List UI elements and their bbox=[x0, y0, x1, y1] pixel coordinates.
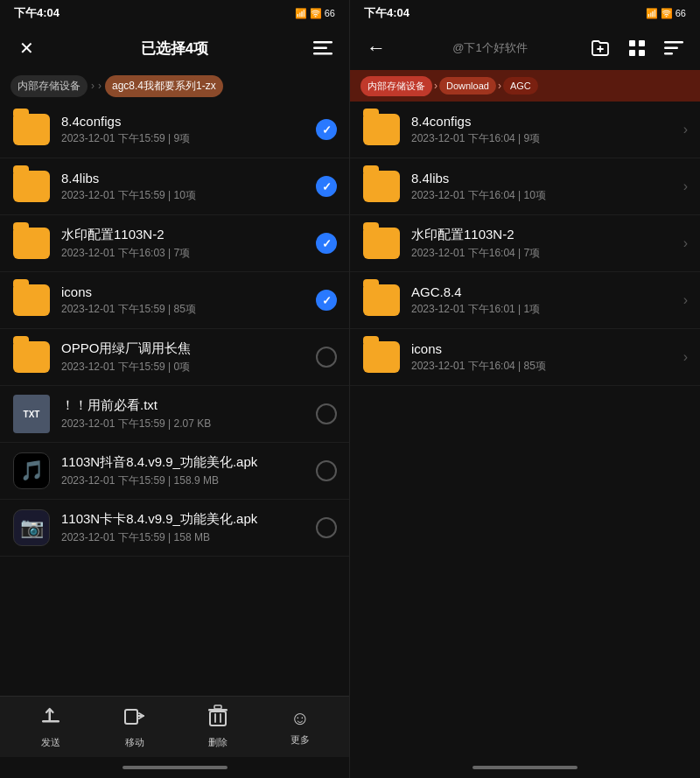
breadcrumb-agc[interactable]: AGC bbox=[503, 77, 538, 95]
sort-button[interactable] bbox=[660, 34, 688, 62]
apk-tiktok-icon: 🎵 bbox=[12, 452, 51, 490]
svg-rect-18 bbox=[664, 41, 683, 44]
grid-view-button[interactable] bbox=[623, 34, 651, 62]
signal-icon: 📶 bbox=[295, 8, 307, 19]
more-button[interactable]: ☺ 更多 bbox=[290, 707, 309, 746]
file-info: 1103N卡卡8.4.v9.9_功能美化.apk 2023-12-01 下午15… bbox=[61, 511, 305, 545]
select-checkbox[interactable] bbox=[316, 233, 337, 254]
move-label: 移动 bbox=[125, 736, 144, 749]
select-checkbox[interactable] bbox=[316, 119, 337, 140]
txt-icon: TXT bbox=[12, 395, 51, 433]
left-panel: 下午4:04 📶 🛜 66 ✕ 已选择4项 内部存储设备 › › agc8.4我… bbox=[0, 0, 350, 778]
breadcrumb-sep-2: › bbox=[98, 80, 102, 92]
left-nav-bar: ✕ 已选择4项 bbox=[0, 26, 349, 70]
select-checkbox[interactable] bbox=[316, 460, 337, 481]
file-name: 8.4configs bbox=[411, 114, 673, 129]
menu-icon[interactable] bbox=[309, 34, 337, 62]
svg-rect-16 bbox=[629, 50, 635, 56]
file-meta: 2023-12-01 下午15:59 | 9项 bbox=[61, 131, 305, 146]
add-folder-button[interactable] bbox=[586, 34, 614, 62]
file-name: 8.4configs bbox=[61, 114, 305, 129]
folder-icon bbox=[12, 224, 51, 263]
move-button[interactable]: 移动 bbox=[123, 704, 146, 749]
breadcrumb-download[interactable]: Download bbox=[439, 77, 496, 95]
file-info: ！！用前必看.txt 2023-12-01 下午15:59 | 2.07 KB bbox=[61, 397, 305, 431]
breadcrumb-storage[interactable]: 内部存储设备 bbox=[10, 75, 88, 97]
folder-icon bbox=[362, 167, 401, 206]
list-item[interactable]: 水印配置1103N-2 2023-12-01 下午16:03 | 7项 bbox=[0, 215, 349, 272]
svg-rect-9 bbox=[210, 711, 226, 725]
select-checkbox[interactable] bbox=[316, 403, 337, 424]
list-item[interactable]: 📷 1103N卡卡8.4.v9.9_功能美化.apk 2023-12-01 下午… bbox=[0, 500, 349, 557]
file-meta: 2023-12-01 下午16:01 | 1项 bbox=[411, 302, 673, 317]
delete-label: 删除 bbox=[208, 736, 228, 749]
file-meta: 2023-12-01 下午16:04 | 10项 bbox=[411, 188, 673, 203]
list-item[interactable]: 8.4libs 2023-12-01 下午16:04 | 10项 › bbox=[350, 158, 700, 215]
right-status-bar: 下午4:04 📶 🛜 66 bbox=[350, 0, 700, 26]
select-checkbox[interactable] bbox=[316, 347, 337, 368]
breadcrumb-sep-2: › bbox=[498, 80, 501, 92]
list-item[interactable]: icons 2023-12-01 下午15:59 | 85项 bbox=[0, 272, 349, 329]
file-name: 水印配置1103N-2 bbox=[411, 227, 673, 243]
back-button[interactable]: ← bbox=[362, 34, 390, 62]
select-checkbox[interactable] bbox=[316, 290, 337, 311]
svg-rect-5 bbox=[125, 710, 137, 724]
select-checkbox[interactable] bbox=[316, 517, 337, 538]
more-icon: ☺ bbox=[290, 707, 309, 730]
list-item[interactable]: 8.4configs 2023-12-01 下午16:04 | 9项 › bbox=[350, 102, 700, 158]
file-info: 8.4configs 2023-12-01 下午16:04 | 9项 bbox=[411, 114, 673, 146]
folder-icon bbox=[12, 338, 51, 376]
folder-icon bbox=[12, 167, 51, 206]
file-meta: 2023-12-01 下午15:59 | 85项 bbox=[61, 302, 305, 317]
right-nav-icons bbox=[586, 34, 688, 62]
file-meta: 2023-12-01 下午16:04 | 9项 bbox=[411, 131, 673, 146]
svg-rect-14 bbox=[629, 40, 635, 46]
file-meta: 2023-12-01 下午15:59 | 10项 bbox=[61, 188, 305, 203]
file-info: 水印配置1103N-2 2023-12-01 下午16:04 | 7项 bbox=[411, 227, 673, 261]
file-info: AGC.8.4 2023-12-01 下午16:01 | 1项 bbox=[411, 284, 673, 317]
list-item[interactable]: 水印配置1103N-2 2023-12-01 下午16:04 | 7项 › bbox=[350, 215, 700, 272]
svg-rect-17 bbox=[639, 50, 645, 56]
file-meta: 2023-12-01 下午15:59 | 2.07 KB bbox=[61, 417, 305, 431]
breadcrumb-current[interactable]: agc8.4我都要系列1-zx bbox=[105, 75, 223, 97]
battery-icon: 66 bbox=[325, 8, 335, 18]
battery-icon: 66 bbox=[676, 8, 686, 18]
list-item[interactable]: AGC.8.4 2023-12-01 下午16:01 | 1项 › bbox=[350, 272, 700, 329]
svg-rect-3 bbox=[42, 720, 60, 723]
file-meta: 2023-12-01 下午15:59 | 158 MB bbox=[61, 530, 305, 545]
more-label: 更多 bbox=[290, 733, 310, 746]
list-item[interactable]: 🎵 1103N抖音8.4.v9.9_功能美化.apk 2023-12-01 下午… bbox=[0, 443, 349, 500]
list-item[interactable]: icons 2023-12-01 下午16:04 | 85项 › bbox=[350, 329, 700, 386]
file-name: 8.4libs bbox=[411, 171, 673, 186]
left-home-indicator bbox=[0, 757, 349, 778]
chevron-right-icon: › bbox=[683, 122, 688, 137]
list-item[interactable]: 8.4configs 2023-12-01 下午15:59 | 9项 bbox=[0, 102, 349, 158]
select-checkbox[interactable] bbox=[316, 176, 337, 197]
svg-rect-1 bbox=[313, 47, 327, 50]
file-info: 8.4libs 2023-12-01 下午15:59 | 10项 bbox=[61, 171, 305, 203]
right-nav-bar: ← @下1个好软件 bbox=[350, 26, 700, 70]
wifi-icon: 🛜 bbox=[310, 8, 322, 19]
folder-icon bbox=[12, 281, 51, 319]
file-info: 8.4libs 2023-12-01 下午16:04 | 10项 bbox=[411, 171, 673, 203]
send-button[interactable]: 发送 bbox=[39, 704, 62, 749]
svg-rect-15 bbox=[639, 40, 645, 46]
left-status-icons: 📶 🛜 66 bbox=[295, 8, 335, 19]
close-button[interactable]: ✕ bbox=[12, 34, 40, 62]
list-item[interactable]: OPPO用绿厂调用长焦 2023-12-01 下午15:59 | 0项 bbox=[0, 329, 349, 386]
svg-rect-2 bbox=[313, 53, 332, 55]
file-meta: 2023-12-01 下午16:03 | 7项 bbox=[61, 246, 305, 261]
breadcrumb-storage[interactable]: 内部存储设备 bbox=[360, 76, 432, 96]
delete-button[interactable]: 删除 bbox=[207, 704, 228, 749]
list-item[interactable]: 8.4libs 2023-12-01 下午15:59 | 10项 bbox=[0, 158, 349, 215]
file-name: 1103N抖音8.4.v9.9_功能美化.apk bbox=[61, 454, 305, 471]
chevron-right-icon: › bbox=[683, 179, 688, 194]
svg-rect-19 bbox=[664, 47, 678, 50]
file-info: OPPO用绿厂调用长焦 2023-12-01 下午15:59 | 0项 bbox=[61, 340, 305, 375]
folder-icon bbox=[12, 110, 51, 149]
list-item[interactable]: TXT ！！用前必看.txt 2023-12-01 下午15:59 | 2.07… bbox=[0, 386, 349, 443]
left-nav-title: 已选择4项 bbox=[141, 39, 208, 59]
file-meta: 2023-12-01 下午15:59 | 0项 bbox=[61, 360, 305, 375]
send-icon bbox=[39, 704, 62, 732]
right-nav-subtitle: @下1个好软件 bbox=[401, 40, 579, 56]
